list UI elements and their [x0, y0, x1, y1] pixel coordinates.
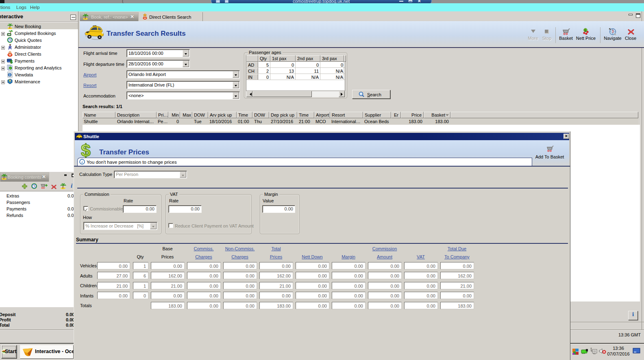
svg-text:$: $ [584, 28, 586, 33]
svg-text:$: $ [9, 79, 11, 82]
svg-text:$: $ [81, 142, 91, 158]
svg-text:$: $ [10, 59, 13, 64]
svg-text:i: i [10, 67, 10, 69]
